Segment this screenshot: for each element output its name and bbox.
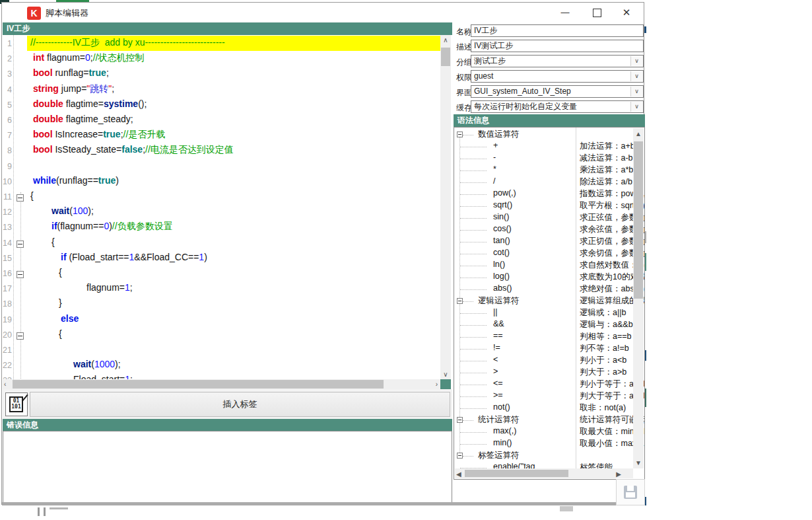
tree-item[interactable]: max(,)取最大值：min(a,b)	[454, 426, 626, 438]
tree-collapse-icon[interactable]	[457, 298, 463, 304]
code-line[interactable]: if(flagnum==0)//负载参数设置	[51, 221, 173, 233]
combo-分组[interactable]: 测试工步∨	[471, 55, 644, 67]
tree-connector	[460, 230, 487, 231]
tree-item[interactable]: ||逻辑或：a||b	[454, 307, 626, 319]
scroll-left-icon[interactable]: ◀	[456, 470, 461, 478]
scroll-down-icon[interactable]: ∨	[440, 371, 451, 378]
fold-toggle-icon[interactable]	[17, 271, 24, 278]
tree-collapse-icon[interactable]	[457, 131, 463, 137]
input-名称[interactable]: IV工步	[471, 24, 644, 37]
tree-item[interactable]: /除法运算：a/b	[454, 176, 626, 188]
code-line[interactable]: {	[59, 267, 62, 278]
tree-item[interactable]: -减法运算：a-b	[454, 153, 626, 165]
scroll-right-icon[interactable]: ›	[436, 381, 438, 388]
tree-horizontal-scrollbar[interactable]: ◀ ▶	[455, 468, 633, 478]
tree-item[interactable]: cos()求余弦值，参数为角度制：	[454, 224, 626, 236]
code-line[interactable]: {	[59, 328, 62, 339]
save-button[interactable]	[616, 479, 645, 505]
tree-item[interactable]: >判大于：a>b	[454, 367, 626, 379]
code-editor[interactable]: //------------IV工步 add by xu------------…	[3, 35, 440, 379]
tree-collapse-icon[interactable]	[457, 453, 463, 459]
fold-toggle-icon[interactable]	[17, 241, 24, 248]
code-line[interactable]: while(runflag==true)	[33, 175, 119, 186]
scroll-up-icon[interactable]: ▲	[633, 130, 644, 137]
code-line[interactable]: {	[51, 237, 55, 247]
fold-toggle-icon[interactable]	[17, 194, 24, 202]
code-line[interactable]: string jump="跳转";	[33, 83, 114, 95]
tree-item[interactable]: not()取非：not(a)	[454, 402, 626, 414]
combo-缓存[interactable]: 每次运行时初始化自定义变量∨	[471, 100, 644, 113]
tree-item[interactable]: 逻辑运算符逻辑运算组成的赋值表达式	[454, 295, 626, 307]
tree-item[interactable]: &&逻辑与：a&&b	[454, 319, 626, 331]
tree-item[interactable]: sin()求正弦值，参数为角度制：	[454, 212, 626, 224]
tree-item[interactable]: cot()求余切值，参数为角度制：	[454, 248, 626, 260]
tree-item[interactable]: 标签运算符	[454, 450, 626, 462]
tree-item[interactable]: <判小于：a<b	[454, 355, 626, 367]
scrollbar-thumb[interactable]	[634, 141, 643, 299]
tree-item[interactable]: 统计运算符统计运算符可嵌套使用，例	[454, 414, 626, 426]
tree-item[interactable]: <=判小于等于：a<=b	[454, 379, 626, 390]
scrollbar-thumb[interactable]	[465, 470, 568, 477]
combo-界面[interactable]: GUI_system_Auto_IV_Step∨	[471, 85, 644, 98]
chevron-down-icon[interactable]: ∨	[630, 71, 642, 81]
tree-item[interactable]: abs()求绝对值：abs(a)	[454, 283, 626, 295]
maximize-button[interactable]	[582, 3, 611, 22]
scroll-left-icon[interactable]: ‹	[4, 381, 6, 388]
code-token: bool	[33, 129, 53, 139]
tree-vertical-scrollbar[interactable]: ▲ ▼	[633, 128, 644, 468]
code-line[interactable]: if (Fload_start==1&&Fload_CC==1)	[61, 252, 207, 262]
code-line[interactable]: wait(100);	[51, 205, 94, 216]
tree-connector	[460, 337, 487, 338]
error-message-area[interactable]	[3, 431, 452, 503]
line-number: 10	[3, 177, 12, 186]
tree-item[interactable]: tan()求正切值，参数为角度制：	[454, 236, 626, 248]
tree-item[interactable]: ln()求自然对数值：ln(a)	[454, 260, 626, 272]
code-line[interactable]: double flagtime=systime();	[33, 98, 147, 109]
code-line[interactable]: flagnum=1;	[86, 282, 133, 293]
code-line[interactable]: int flagnum=0;//状态机控制	[33, 52, 144, 64]
tree-item[interactable]: log()求底数为10的对数：cos(a	[454, 272, 626, 283]
scroll-down-icon[interactable]: ▼	[633, 459, 644, 466]
code-line[interactable]: bool IsSteady_state=false;//电流是否达到设定值	[33, 144, 234, 156]
tree-item[interactable]: min()取最小值：max(a,b)	[454, 438, 626, 450]
scrollbar-thumb[interactable]	[441, 48, 450, 66]
code-token: false	[121, 144, 143, 155]
code-line[interactable]: wait(1000);	[73, 359, 121, 369]
code-line[interactable]: bool runflag=true;	[33, 67, 109, 78]
tree-item[interactable]: ==判相等：a==b	[454, 331, 626, 343]
input-描述[interactable]: IV测试工步	[471, 40, 644, 52]
scroll-up-icon[interactable]: ∧	[440, 36, 451, 44]
chevron-down-icon[interactable]: ∨	[630, 56, 642, 66]
code-line[interactable]: }	[59, 297, 62, 308]
tree-collapse-icon[interactable]	[457, 417, 463, 423]
tree-item[interactable]: *乘法运算：a*b	[454, 165, 626, 176]
chevron-down-icon[interactable]: ∨	[630, 87, 642, 96]
fold-toggle-icon[interactable]	[17, 332, 24, 340]
tree-item[interactable]: +加法运算：a+b	[454, 141, 626, 153]
code-line[interactable]: Fload_start=1;	[73, 374, 133, 379]
close-button[interactable]: ✕	[612, 3, 641, 22]
tree-item[interactable]: >=判大于等于：a>=b	[454, 390, 626, 402]
field-label-1: 名称	[456, 26, 472, 38]
combo-权限[interactable]: guest∨	[471, 70, 644, 83]
scroll-right-icon[interactable]: ▶	[616, 470, 621, 478]
scrollbar-thumb[interactable]	[13, 380, 384, 389]
code-line[interactable]: //------------IV工步 add by xu------------…	[30, 37, 225, 49]
tree-item[interactable]: sqrt()取平方根：sqrt(a)	[454, 200, 626, 212]
syntax-tree[interactable]: 数值运算符+加法运算：a+b-减法运算：a-b*乘法运算：a*b/除法运算：a/…	[454, 127, 645, 480]
chevron-down-icon[interactable]: ∨	[630, 102, 642, 112]
minimize-button[interactable]: —	[551, 3, 580, 22]
line-number: 14	[3, 239, 12, 248]
insert-label-button[interactable]: 插入标签	[30, 392, 450, 417]
code-line[interactable]: bool IsIncrease=true;//是否升载	[33, 129, 165, 141]
line-number: 15	[3, 254, 12, 263]
code-line[interactable]: else	[61, 313, 79, 324]
code-line[interactable]: double flagtime_steady;	[33, 114, 133, 124]
tag-icon-button[interactable]: 01101	[5, 392, 28, 416]
editor-vertical-scrollbar[interactable]: ∧ ∨	[440, 35, 451, 379]
tree-item[interactable]: pow(,)指数运算：pow(a,b)	[454, 188, 626, 200]
code-line[interactable]: {	[30, 190, 34, 201]
tree-item[interactable]: 数值运算符	[454, 129, 626, 141]
tree-item[interactable]: !=判不等：a!=b	[454, 343, 626, 355]
editor-horizontal-scrollbar[interactable]: ‹ ›	[3, 379, 440, 389]
